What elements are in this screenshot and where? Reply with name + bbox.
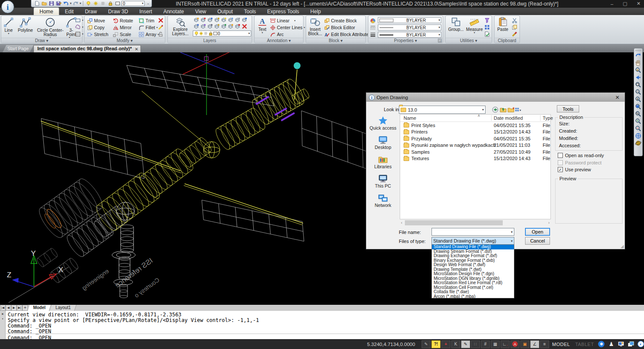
- place-network[interactable]: Network: [368, 192, 398, 212]
- file-row[interactable]: Samples27/05/2021 10:49File fo: [400, 149, 550, 155]
- contrast-icon[interactable]: ◐: [636, 340, 644, 348]
- files-of-type-combo[interactable]: Standard Drawing File (*.dwg)▾: [431, 237, 514, 245]
- dialog-titlebar[interactable]: i Open Drawing ✕: [366, 93, 625, 102]
- fillet-button[interactable]: Fillet▾: [139, 24, 158, 30]
- file-row[interactable]: Textures15/12/2020 14:43File fo: [400, 155, 550, 162]
- column-type[interactable]: Type: [543, 115, 553, 121]
- regen-icon[interactable]: [635, 52, 642, 59]
- qat-layer-combo[interactable]: 0▾: [122, 1, 145, 6]
- qat-customize-chevron[interactable]: ⌄: [147, 2, 149, 5]
- open-drawing-button[interactable]: [41, 0, 47, 6]
- display-icon[interactable]: [617, 340, 626, 348]
- arc-dim-button[interactable]: Arc: [270, 31, 284, 37]
- copy-button[interactable]: Copy: [87, 24, 105, 30]
- audit-button[interactable]: [484, 31, 490, 37]
- color-combo[interactable]: BYLAYER▾: [378, 17, 441, 23]
- layer-walk-icon[interactable]: [200, 23, 207, 29]
- scrollbar-thumb[interactable]: [405, 220, 503, 225]
- annotation-icon[interactable]: A: [510, 340, 519, 348]
- panel-title-draw[interactable]: Draw ▾: [1, 38, 82, 43]
- tab-close-icon[interactable]: ✕: [135, 46, 138, 52]
- quickhint-icon[interactable]: ?!: [431, 340, 440, 348]
- layer-off-icon[interactable]: [207, 17, 213, 23]
- place-desktop[interactable]: Desktop: [368, 134, 398, 154]
- layer-lock-state-icon[interactable]: [100, 0, 106, 6]
- layer-x-icon[interactable]: [241, 23, 248, 29]
- dyninput-icon[interactable]: ▣: [520, 340, 529, 348]
- menu-tab-draw[interactable]: Draw: [79, 8, 103, 15]
- windows-icon[interactable]: [626, 340, 635, 348]
- column-name[interactable]: Name: [404, 115, 416, 121]
- linetype-button[interactable]: [370, 24, 376, 30]
- snapgrid-icon[interactable]: ∷: [471, 340, 480, 348]
- layer-prev-icon[interactable]: [207, 23, 213, 29]
- layer-on-icon[interactable]: [85, 0, 91, 6]
- mirror-button[interactable]: Mirror: [113, 24, 131, 30]
- place-quick-access[interactable]: Quick access: [368, 115, 398, 134]
- menu-tab-express-tools[interactable]: Express Tools: [261, 8, 304, 15]
- copy-clip-button[interactable]: [512, 24, 517, 30]
- file-name-combo[interactable]: ▾: [431, 228, 514, 236]
- menu-tab-annotate[interactable]: Annotate: [158, 8, 189, 15]
- layer-color-swatch[interactable]: [114, 0, 121, 6]
- create-block-button[interactable]: Create Block: [324, 18, 357, 24]
- type-option[interactable]: Drawing Stream Format (*.dsf): [432, 249, 514, 254]
- menu-tab-view[interactable]: View: [189, 8, 212, 15]
- save-button[interactable]: [48, 0, 55, 6]
- menu-tab-edit[interactable]: Edit: [59, 8, 79, 15]
- type-option[interactable]: Drawing Exchange Format (*.dxf): [432, 254, 514, 258]
- license-icon[interactable]: ♟: [607, 340, 616, 348]
- command-line-panel[interactable]: ✕ ▾ Current view direction: VIEWDIR=-0.1…: [0, 311, 644, 339]
- menu-tab-draw-3d[interactable]: Draw 3D: [103, 8, 134, 15]
- zoom-window-icon[interactable]: ▢: [635, 81, 642, 88]
- add-layout-icon[interactable]: +: [22, 305, 28, 311]
- file-row[interactable]: Print Styles04/05/2021 15:35File fo: [400, 122, 550, 129]
- undo-dropdown[interactable]: ▾: [70, 2, 72, 5]
- tools-button[interactable]: Tools: [557, 105, 579, 112]
- dynsnap-icon[interactable]: ▦: [491, 340, 500, 348]
- filter-button[interactable]: [484, 17, 490, 23]
- dialog-close-icon[interactable]: ✕: [613, 94, 622, 100]
- type-option[interactable]: MicroStation Design File (*.dgn): [432, 272, 514, 276]
- color-wheel-button[interactable]: [370, 18, 376, 24]
- look-in-combo[interactable]: 13.0 ▾: [399, 106, 486, 114]
- zoom-all-icon[interactable]: [635, 132, 642, 140]
- file-list-hscrollbar[interactable]: ‹ ›: [400, 220, 551, 226]
- place-libraries[interactable]: Libraries: [368, 154, 398, 173]
- scroll-right-icon[interactable]: ›: [548, 220, 550, 225]
- quickselect-button[interactable]: [484, 24, 490, 30]
- app-menu-button[interactable]: i: [1, 0, 14, 13]
- resize-grip[interactable]: ◢: [620, 244, 624, 249]
- settings-gear-icon[interactable]: ✱: [597, 340, 606, 348]
- layer-match-icon[interactable]: [220, 23, 227, 29]
- block-editor-button[interactable]: Block Editor: [324, 24, 355, 30]
- file-row[interactable]: Rysunki zapisane w nagłych wypadkach21/0…: [400, 142, 550, 149]
- cut-button[interactable]: [512, 17, 517, 23]
- panel-title-utilities[interactable]: Utilities ▾: [446, 38, 492, 43]
- snap-icon[interactable]: +: [441, 340, 450, 348]
- file-row[interactable]: Przykłady04/05/2021 15:35File fo: [400, 135, 550, 142]
- menu-tab-output[interactable]: Output: [212, 8, 238, 15]
- linear-dim-button[interactable]: Linear▾: [270, 18, 295, 24]
- file-row[interactable]: Printers15/12/2020 14:43File fo: [400, 129, 550, 136]
- zoom-realtime-icon[interactable]: ±: [635, 67, 642, 74]
- next-layout-icon[interactable]: ▶: [11, 305, 17, 311]
- scroll-left-icon[interactable]: ‹: [401, 220, 402, 225]
- prev-layout-icon[interactable]: ◀: [6, 305, 11, 311]
- column-date-modified[interactable]: Date modified: [494, 115, 523, 121]
- tab-model[interactable]: Model: [28, 305, 51, 311]
- panel-title-modify[interactable]: Modify ▾: [85, 38, 165, 43]
- type-option[interactable]: Design Web Format (*.dwf): [432, 263, 514, 267]
- rotate-button[interactable]: Rotate: [113, 18, 133, 24]
- type-option[interactable]: Standard Drawing File (*.dwg): [432, 245, 514, 249]
- command-close-icon[interactable]: ✕: [0, 312, 5, 316]
- array-button[interactable]: Array▾: [139, 31, 159, 37]
- redo-button[interactable]: [73, 0, 79, 6]
- zoom-extents-icon[interactable]: ▣: [635, 103, 642, 110]
- zoom-center-icon[interactable]: ●: [635, 96, 642, 103]
- type-option[interactable]: MicroStation DGN library (*.dgnlib): [432, 276, 514, 281]
- back-icon[interactable]: [492, 106, 499, 113]
- tab-layout1[interactable]: Layout1: [50, 305, 76, 311]
- close-button[interactable]: ✕: [637, 1, 641, 6]
- menu-tab-help[interactable]: Help: [305, 8, 327, 15]
